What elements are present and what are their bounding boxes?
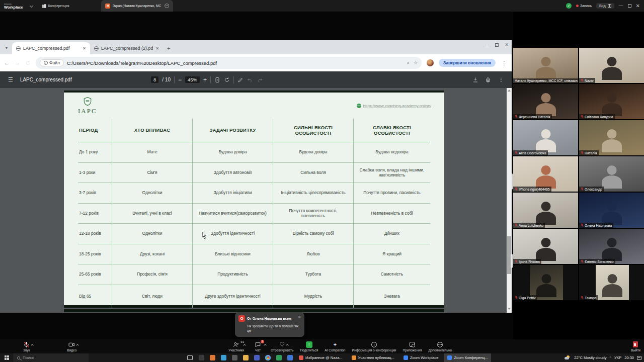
profile-avatar[interactable] — [427, 59, 434, 66]
browser-tab-inactive[interactable]: LAPC_compressed (2).pdf ✕ — [90, 42, 163, 54]
taskbar-window-button[interactable]: Участник публикац... — [349, 353, 397, 362]
audio-button[interactable]: Звук — [22, 339, 31, 353]
search-icon[interactable]: ⌕ — [407, 60, 410, 66]
zoom-level-input[interactable]: 45% — [185, 76, 200, 83]
collapse-tab-icon[interactable] — [165, 4, 169, 8]
app-gray-icon[interactable] — [232, 355, 237, 360]
view-button[interactable]: Вид — [596, 3, 614, 9]
bookmark-star-icon[interactable]: ☆ — [414, 60, 418, 66]
participant-tile[interactable]: Наталія — [579, 120, 644, 155]
app-green-icon[interactable] — [276, 355, 282, 360]
forward-button[interactable]: → — [15, 60, 20, 66]
task-view-button[interactable] — [187, 355, 193, 360]
apps-button[interactable]: Приложения — [401, 339, 423, 353]
participant-tile[interactable]: Nazar — [579, 48, 644, 83]
zoom-in-button[interactable]: + — [203, 76, 207, 83]
chevron-down-icon[interactable] — [30, 4, 33, 8]
fit-page-button[interactable] — [214, 77, 220, 83]
participant-tile[interactable]: Anna Lutchenko — [513, 193, 578, 228]
tab-search-chevron-icon[interactable]: ▾ — [3, 44, 10, 51]
folder-icon[interactable] — [243, 355, 249, 360]
rotate-button[interactable] — [224, 77, 230, 83]
chrome-icon[interactable] — [265, 355, 271, 360]
share-screen-button[interactable]: ↑ Поделиться — [299, 339, 319, 353]
weather-text[interactable]: 22°C Mostly cloudy — [574, 355, 606, 360]
leave-meeting-button[interactable]: Выйти — [630, 339, 641, 353]
app-orange-icon[interactable] — [210, 355, 215, 360]
browser-tab-active[interactable]: LAPC_compressed.pdf ✕ — [12, 42, 90, 54]
ai-companion-button[interactable]: ✦ AI Companion — [324, 339, 346, 353]
video-button[interactable]: Видео — [66, 339, 77, 353]
scroll-down-arrow[interactable] — [508, 308, 511, 310]
participant-tile[interactable]: Olga Petriv — [513, 265, 578, 300]
participant-tile[interactable]: Олександр — [579, 156, 644, 192]
page-number-input[interactable]: 8 — [151, 76, 158, 83]
start-button[interactable] — [0, 355, 13, 360]
taskbar-window-button[interactable]: Zoom Конференц... — [444, 353, 491, 362]
participant-tile[interactable]: Alina Dobrovolska — [513, 120, 578, 155]
pdf-menu-icon[interactable]: ☰ — [8, 76, 13, 83]
close-tab-icon[interactable]: ✕ — [83, 46, 86, 51]
participant-tile[interactable]: Тамара — [579, 265, 644, 300]
taskbar-search-box[interactable]: Поиск — [13, 353, 89, 362]
taskbar-window-button[interactable]: Zoom Workplace — [400, 353, 442, 362]
pdf-scrollbar[interactable] — [507, 88, 512, 313]
chrome-maximize-button[interactable] — [495, 43, 499, 47]
notification-center-icon[interactable] — [637, 356, 641, 360]
participant-tile[interactable]: Світлана Чипурна — [579, 84, 644, 119]
download-button[interactable] — [472, 77, 478, 83]
panel-scrollbar-segment[interactable] — [511, 254, 513, 268]
address-bar[interactable]: i Файл C:/Users/PC/Downloads/Telegram%20… — [36, 57, 422, 69]
participant-tile[interactable]: Черешнева Наталія — [513, 84, 578, 119]
scroll-up-arrow[interactable] — [508, 89, 511, 92]
app-mail-icon[interactable] — [287, 355, 293, 360]
close-button[interactable]: ✕ — [636, 4, 640, 9]
app-dark-icon[interactable] — [199, 355, 204, 360]
chrome-close-button[interactable]: ✕ — [505, 42, 509, 47]
tray-expand-chevron[interactable]: ^ — [610, 355, 612, 360]
participant-tile[interactable]: Наталя Кушнаренко, МСС ICF, співзасн... — [513, 48, 578, 83]
print-button[interactable] — [485, 77, 491, 83]
chrome-menu-icon[interactable]: ⋮ — [502, 60, 507, 66]
more-button[interactable]: ••• Дополнительно — [427, 339, 453, 353]
security-shield-icon[interactable]: ✓ — [566, 3, 572, 9]
participants-button[interactable]: 91 Участники — [227, 339, 245, 353]
zoom-out-button[interactable]: − — [178, 76, 182, 83]
react-chevron-icon[interactable] — [286, 344, 289, 347]
meeting-info-button[interactable]: i Информация о конференции — [351, 339, 397, 353]
page-info-icon[interactable]: i — [44, 61, 48, 65]
chat-button[interactable]: 1 Чат — [254, 339, 262, 353]
reload-button[interactable] — [25, 60, 31, 66]
participant-tile[interactable]: Олена Ніколаєва — [579, 193, 644, 228]
panel-scrollbar-segment[interactable] — [511, 173, 513, 190]
participant-tile[interactable]: Ірина Янкова — [513, 229, 578, 264]
app-telegram-icon[interactable] — [221, 355, 226, 360]
new-tab-button[interactable]: + — [167, 45, 170, 51]
participant-tile[interactable]: iPhone (igor)404465 — [513, 156, 578, 192]
clock[interactable]: 20:30 — [624, 355, 634, 360]
video-options-chevron-icon[interactable] — [76, 344, 79, 347]
undo-button[interactable] — [247, 77, 253, 83]
language-indicator[interactable]: УКР — [614, 355, 621, 360]
redo-button[interactable] — [257, 77, 263, 83]
tab-screen-share[interactable]: Н Экран (Наталя Кушнаренко, МС — [101, 0, 173, 12]
maximize-button[interactable] — [628, 4, 631, 8]
participant-tile[interactable]: Євгенія Богаченко — [579, 229, 644, 264]
file-scheme-chip[interactable]: i Файл — [40, 59, 64, 66]
audio-options-chevron-icon[interactable] — [31, 344, 34, 347]
participants-chevron-icon[interactable] — [243, 344, 246, 347]
annotate-pen-button[interactable] — [237, 77, 244, 83]
react-button[interactable]: ♡ Отреагировать — [270, 339, 294, 353]
app-teams-icon[interactable] — [254, 355, 260, 360]
url-text[interactable]: C:/Users/PC/Downloads/Telegram%20Desktop… — [67, 60, 404, 66]
close-tab-icon[interactable]: ✕ — [155, 46, 159, 51]
back-button[interactable]: ← — [4, 60, 10, 66]
pdf-more-menu-icon[interactable]: ⋮ — [499, 77, 504, 82]
tab-conference[interactable]: Конференция — [38, 0, 73, 12]
chrome-minimize-button[interactable]: — — [485, 42, 489, 47]
chat-notification-toast[interactable]: О От Олена Ніколаєва всем ✕ Як зрозуміти… — [235, 312, 304, 337]
finish-update-button[interactable]: Завершити оновлення — [439, 59, 496, 67]
close-toast-icon[interactable]: ✕ — [298, 315, 301, 319]
minimize-button[interactable]: — — [619, 4, 623, 8]
chat-chevron-icon[interactable] — [264, 344, 267, 347]
